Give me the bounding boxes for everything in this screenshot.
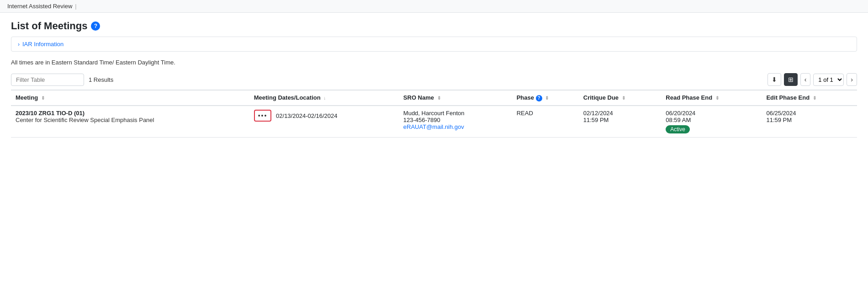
phase-value: READ [517,110,574,117]
read-phase-value: 06/20/202408:59 AM [666,110,757,123]
cell-phase: READ [512,106,579,138]
col-read-phase-end[interactable]: Read Phase End ⇕ [661,90,762,106]
col-dates[interactable]: Meeting Dates/Location ↓ [249,90,399,106]
pagination-select[interactable]: 1 of 1 [813,74,844,86]
col-edit-phase-end[interactable]: Edit Phase End ⇕ [762,90,857,106]
actions-button[interactable]: ••• [254,110,272,122]
cell-critique-due: 02/12/202411:59 PM [579,106,662,138]
grid-view-button[interactable]: ⊞ [784,73,798,86]
cell-dates: ••• 02/13/2024-02/16/2024 [249,106,399,138]
table-wrapper: Meeting ⇕ Meeting Dates/Location ↓ SRO N… [11,90,857,138]
sort-sro-icon: ⇕ [437,96,441,101]
meetings-table: Meeting ⇕ Meeting Dates/Location ↓ SRO N… [11,90,857,138]
col-sro[interactable]: SRO Name ⇕ [399,90,512,106]
table-toolbar: 1 Results ⬇ ⊞ ‹ 1 of 1 › [11,73,857,86]
top-bar: Internet Assisted Review | [0,0,868,13]
cell-read-phase-end: 06/20/202408:59 AM Active [661,106,762,138]
top-bar-separator: | [75,3,76,10]
meeting-name: 2023/10 ZRG1 TIO-D (01) [16,110,245,117]
top-bar-title: Internet Assisted Review [7,3,72,10]
meeting-dates: 02/13/2024-02/16/2024 [276,112,337,119]
toolbar-left: 1 Results [11,74,113,86]
sort-phase-icon: ⇕ [545,96,549,101]
iar-info-toggle[interactable]: › IAR Information [18,41,850,48]
sro-email[interactable]: eRAUAT@mail.nih.gov [403,123,464,130]
col-phase[interactable]: Phase ? ⇕ [512,90,579,106]
meeting-subtitle: Center for Scientific Review Special Emp… [16,117,245,123]
cell-meeting: 2023/10 ZRG1 TIO-D (01) Center for Scien… [11,106,249,138]
timezone-note: All times are in Eastern Standard Time/ … [11,59,857,66]
sort-meeting-icon: ⇕ [41,96,45,101]
col-critique-due[interactable]: Critique Due ⇕ [579,90,662,106]
sort-read-icon: ⇕ [715,96,719,101]
iar-info-panel: › IAR Information [11,37,857,52]
filter-input[interactable] [11,74,84,86]
help-icon[interactable]: ? [91,21,100,31]
cell-sro: Mudd, Harcourt Fenton 123-456-7890 eRAUA… [399,106,512,138]
prev-page-button[interactable]: ‹ [800,73,811,86]
table-row: 2023/10 ZRG1 TIO-D (01) Center for Scien… [11,106,857,138]
results-count: 1 Results [89,76,113,83]
chevron-right-icon: › [18,41,20,48]
sro-phone: 123-456-7890 [403,117,508,123]
sort-dates-icon: ↓ [323,96,326,101]
download-button[interactable]: ⬇ [767,73,781,86]
toolbar-right: ⬇ ⊞ ‹ 1 of 1 › [767,73,857,86]
page-title: List of Meetings [11,20,87,32]
critique-due-value: 02/12/202411:59 PM [583,110,657,123]
status-badge: Active [666,125,690,133]
phase-help-icon[interactable]: ? [536,95,542,101]
sort-edit-icon: ⇕ [813,96,816,101]
cell-edit-phase-end: 06/25/202411:59 PM [762,106,857,138]
next-page-button[interactable]: › [847,73,857,86]
edit-phase-value: 06/25/202411:59 PM [766,110,852,123]
sort-critique-icon: ⇕ [622,96,625,101]
col-meeting[interactable]: Meeting ⇕ [11,90,249,106]
sro-name: Mudd, Harcourt Fenton [403,110,508,117]
